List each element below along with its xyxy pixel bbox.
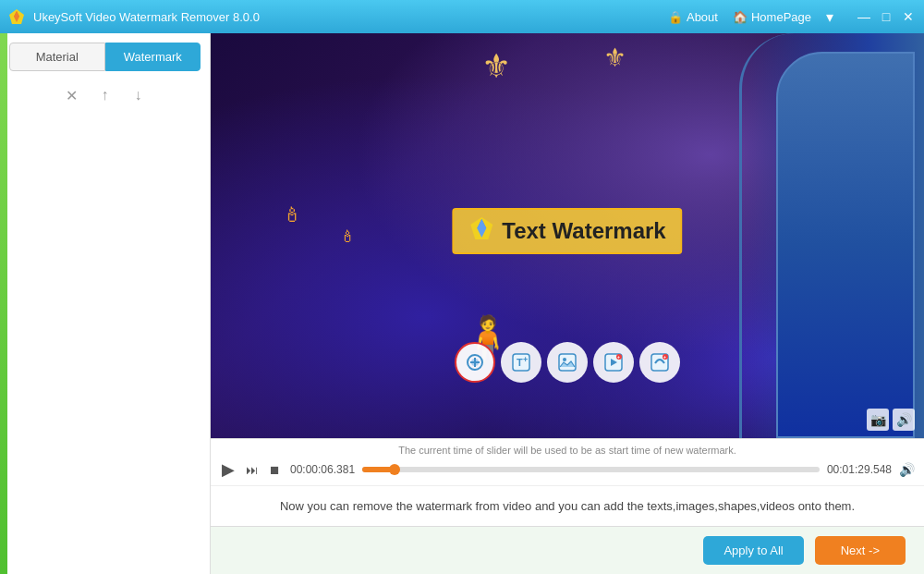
progress-bar[interactable] xyxy=(362,467,820,472)
add-effect-watermark-button[interactable]: + xyxy=(639,342,680,383)
add-shape-watermark-button[interactable] xyxy=(455,342,495,383)
chandelier2-icon: ⚜ xyxy=(603,43,626,73)
svg-rect-13 xyxy=(559,354,576,371)
app-title: UkeySoft Video Watermark Remover 8.0.0 xyxy=(33,10,668,24)
main-wrapper: Material Watermark ✕ ↑ ↓ ⚜ ⚜ 🕯 🕯 xyxy=(0,33,924,574)
chandelier-icon: ⚜ xyxy=(481,47,511,86)
svg-point-14 xyxy=(563,358,566,361)
watermark-overlay: Text Watermark xyxy=(452,208,682,254)
progress-thumb xyxy=(389,464,400,475)
watermark-logo-icon xyxy=(468,215,494,247)
volume-icon[interactable]: 🔊 xyxy=(893,409,915,431)
current-time: 00:00:06.381 xyxy=(290,463,355,476)
minimize-button[interactable]: — xyxy=(856,8,872,25)
restore-button[interactable]: □ xyxy=(878,8,894,25)
sidebar: Material Watermark ✕ ↑ ↓ xyxy=(0,33,211,574)
sidebar-tabs: Material Watermark xyxy=(9,43,201,71)
apply-to-all-button[interactable]: Apply to All xyxy=(703,536,803,565)
volume-button[interactable]: 🔊 xyxy=(899,462,915,477)
description-bar: Now you can remove the watermark from vi… xyxy=(211,485,924,526)
homepage-link[interactable]: 🏠 HomePage xyxy=(733,10,811,24)
duration-label: 00:01:29.548 xyxy=(827,463,892,476)
tab-material[interactable]: Material xyxy=(9,43,105,71)
description-text: Now you can remove the watermark from vi… xyxy=(280,499,855,513)
tab-watermark[interactable]: Watermark xyxy=(105,43,201,71)
add-text-watermark-button[interactable]: T + xyxy=(501,342,541,383)
dropdown-icon[interactable]: ▾ xyxy=(826,8,833,26)
arch-window-right xyxy=(739,33,924,438)
svg-text:+: + xyxy=(617,354,620,360)
home-icon: 🏠 xyxy=(733,10,748,24)
svg-text:+: + xyxy=(523,355,528,364)
close-button[interactable]: ✕ xyxy=(900,8,917,25)
video-toolbar: T + xyxy=(455,342,680,383)
next-button[interactable]: Next -> xyxy=(815,536,906,565)
stop-button[interactable]: ⏹ xyxy=(267,463,283,477)
delete-item-button[interactable]: ✕ xyxy=(59,82,85,108)
step-forward-button[interactable]: ⏭ xyxy=(244,463,260,477)
watermark-text: Text Watermark xyxy=(502,218,665,244)
add-video-watermark-button[interactable]: + xyxy=(593,342,634,383)
thumbnail-strip: 📷 🔊 xyxy=(867,409,915,431)
svg-text:+: + xyxy=(663,354,666,360)
action-bar: Apply to All Next -> xyxy=(211,526,924,574)
app-logo-icon xyxy=(7,7,26,26)
torch-left-icon: 🕯 xyxy=(282,203,302,227)
sidebar-actions: ✕ ↑ ↓ xyxy=(9,82,201,108)
play-button[interactable]: ▶ xyxy=(220,459,237,480)
player-controls: The current time of slider will be used … xyxy=(211,438,924,485)
player-hint: The current time of slider will be used … xyxy=(220,445,915,456)
arch-inner xyxy=(776,52,915,438)
add-image-watermark-button[interactable] xyxy=(547,342,588,383)
torch-left2-icon: 🕯 xyxy=(339,227,356,247)
window-buttons: — □ ✕ xyxy=(856,8,917,25)
about-link[interactable]: 🔒 About xyxy=(668,10,718,24)
side-accent xyxy=(0,33,7,574)
title-bar: UkeySoft Video Watermark Remover 8.0.0 🔒… xyxy=(0,0,924,33)
camera-icon[interactable]: 📷 xyxy=(867,409,889,431)
move-down-button[interactable]: ↓ xyxy=(126,82,152,108)
player-row: ▶ ⏭ ⏹ 00:00:06.381 00:01:29.548 🔊 xyxy=(220,459,915,480)
svg-text:T: T xyxy=(517,357,523,368)
lock-icon: 🔒 xyxy=(668,10,683,24)
content-area: ⚜ ⚜ 🕯 🕯 🧍 Text Watermark xyxy=(211,33,924,574)
title-bar-controls: 🔒 About 🏠 HomePage ▾ — □ ✕ xyxy=(668,8,917,26)
move-up-button[interactable]: ↑ xyxy=(92,82,118,108)
video-area: ⚜ ⚜ 🕯 🕯 🧍 Text Watermark xyxy=(211,33,924,438)
